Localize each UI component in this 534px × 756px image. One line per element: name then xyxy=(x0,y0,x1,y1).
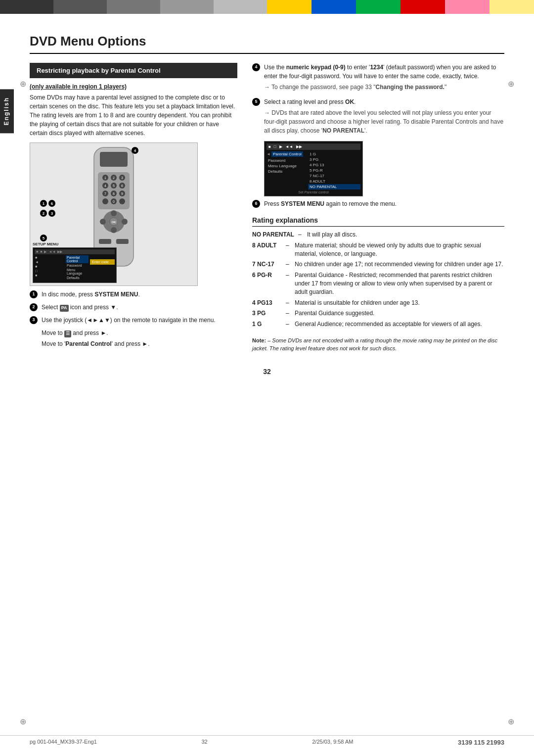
screen-icon-2: □ xyxy=(274,144,276,149)
rating-7nc17-label: 7 NC-17 xyxy=(252,260,282,269)
svg-text:1: 1 xyxy=(104,176,106,180)
screen-toolbar: ■ ■ ▶ ◄◄ ▶▶ xyxy=(35,249,115,254)
reg-mark-bottom-right: ⊕ xyxy=(508,717,514,726)
reg-mark-top-right: ⊕ xyxy=(508,79,514,89)
step-6-body: Press SYSTEM MENU again to remove the me… xyxy=(264,199,504,208)
screen-defaults-item: Defaults xyxy=(267,169,306,174)
bar-seg-yellow xyxy=(267,0,312,14)
rating-8adult-label: 8 ADULT xyxy=(252,241,282,258)
rating-1g: 1 G xyxy=(308,151,360,157)
rating-4pg13-desc: Material is unsuitable for children unde… xyxy=(295,299,504,307)
bar-seg-green xyxy=(356,0,400,14)
rating-7nc17: 7 NC-17 xyxy=(308,173,360,179)
svg-rect-1 xyxy=(100,152,128,167)
rating-no-parental-row: NO PARENTAL – It will play all discs. xyxy=(252,231,504,239)
screen-left-menu: ◄ Parental Control Password Menu Languag… xyxy=(267,151,306,189)
rating-3pg-label: 3 PG xyxy=(252,309,282,318)
page-title: DVD Menu Options xyxy=(30,34,504,54)
rating-8adult: 8 ADULT xyxy=(308,179,360,184)
ann-label-5: 5 xyxy=(40,235,47,241)
footer-date: 2/25/03, 9:58 AM xyxy=(312,739,353,746)
svg-point-26 xyxy=(111,210,117,216)
step-circle-3: 3 xyxy=(30,316,38,324)
note-section: Note: – Some DVDs are not encoded with a… xyxy=(252,336,504,353)
svg-text:9: 9 xyxy=(121,192,123,195)
ann-label-23: 2 3 xyxy=(40,210,55,217)
note-text: – Some DVDs are not encoded with a ratin… xyxy=(252,337,497,352)
step-circle-4: 4 xyxy=(252,63,260,71)
rating-6pgr-label: 6 PG-R xyxy=(252,271,282,296)
screen-right-menu: 1 G 3 PG 4 PG 13 5 PG-R 7 NC-17 8 ADULT … xyxy=(308,151,360,189)
rating-no-parental-desc: It will play all discs. xyxy=(307,231,504,239)
step-circle-5: 5 xyxy=(252,98,260,106)
screen-body: ■ ◄ ■ □ ■ Parental Control Password Menu… xyxy=(35,255,115,280)
rating-8adult-dash: – xyxy=(286,241,291,258)
rating-4pg13: 4 PG 13 xyxy=(308,162,360,168)
screen-icon-5: ▶▶ xyxy=(296,144,302,149)
right-column: 4 Use the numeric keypad (0-9) to enter … xyxy=(252,63,504,353)
bar-seg-blue xyxy=(312,0,356,14)
top-color-bar xyxy=(0,0,534,14)
step-6: 6 Press SYSTEM MENU again to remove the … xyxy=(252,199,504,208)
footer-left: pg 001-044_MX39-37-Eng1 xyxy=(30,739,97,746)
rating-3pg-row: 3 PG – Parental Guidance suggested. xyxy=(252,309,504,318)
screen-menu-lang-item: Menu Language xyxy=(267,163,306,169)
step-3: 3 Use the joystick (◄►▲▼) on the remote … xyxy=(30,316,237,325)
svg-text:5: 5 xyxy=(113,184,115,188)
left-column: Restricting playback by Parental Control… xyxy=(30,63,237,353)
step-circle-6: 6 xyxy=(252,200,260,208)
rating-1g-label: 1 G xyxy=(252,320,282,329)
parental-control-item: Parental Control xyxy=(271,151,303,157)
setup-menu-area: SETUP MENU ■ ■ ▶ ◄◄ ▶▶ ■ ◄ xyxy=(33,242,122,283)
svg-point-21 xyxy=(102,198,108,204)
parental-screen-header: ■ □ ▶ ◄◄ ▶▶ xyxy=(267,143,360,150)
page-number-center: 32 xyxy=(30,368,504,376)
sub-step-move: Move to ☰ and press ►. xyxy=(42,329,237,337)
rating-3pg-desc: Parental Guidance suggested. xyxy=(295,309,504,318)
step-1: 1 In disc mode, press SYSTEM MENU. xyxy=(30,290,237,299)
note-label: Note: xyxy=(252,337,266,343)
parental-screen-body: ◄ Parental Control Password Menu Languag… xyxy=(267,151,360,189)
enter-code-label: Enter code xyxy=(90,259,115,265)
step-5-body: Select a rating level and press OK. → DV… xyxy=(264,97,504,135)
svg-point-27 xyxy=(111,227,117,233)
parental-screen: ■ □ ▶ ◄◄ ▶▶ ◄ Parental Control Password … xyxy=(264,141,363,196)
section-body-text: Some DVDs may have a parental level assi… xyxy=(30,93,237,138)
screen-icons: ■ ◄ ■ □ ■ xyxy=(35,255,64,280)
reg-mark-top-left: ⊕ xyxy=(20,79,26,89)
rating-no-parental: NO PARENTAL xyxy=(308,184,360,189)
section-heading-box: Restricting playback by Parental Control xyxy=(30,63,237,78)
setup-menu-label: SETUP MENU xyxy=(33,242,122,246)
subsection-heading: (only available in region 1 players) xyxy=(30,83,237,90)
step-5: 5 Select a rating level and press OK. → … xyxy=(252,97,504,135)
screen-icon-1: ■ xyxy=(268,144,271,149)
step-5-sub: → DVDs that are rated above the level yo… xyxy=(264,108,504,135)
svg-point-28 xyxy=(100,219,106,225)
svg-point-24 xyxy=(119,198,125,204)
bar-seg-3 xyxy=(107,0,160,14)
rating-6pgr-desc: Parental Guidance - Restricted; recommen… xyxy=(295,271,504,296)
screen-enter-code: Enter code xyxy=(90,255,115,280)
step-3-body: Use the joystick (◄►▲▼) on the remote to… xyxy=(42,316,237,325)
step-circle-2: 2 xyxy=(30,303,38,311)
screen-parental-icon: ◄ Parental Control xyxy=(267,151,306,157)
svg-text:6: 6 xyxy=(121,184,123,188)
step-1-bold: SYSTEM MENU xyxy=(94,291,138,298)
bar-seg-pink xyxy=(445,0,490,14)
rating-4pg13-dash: – xyxy=(286,299,291,307)
rating-7nc17-row: 7 NC-17 – No children under age 17; not … xyxy=(252,260,504,269)
rating-6pgr-row: 6 PG-R – Parental Guidance - Restricted;… xyxy=(252,271,504,296)
svg-text:2: 2 xyxy=(113,176,115,180)
rating-1g-dash: – xyxy=(286,320,291,329)
svg-text:OK: OK xyxy=(112,221,117,224)
step-circle-1: 1 xyxy=(30,290,38,298)
bar-seg-4 xyxy=(160,0,214,14)
svg-point-29 xyxy=(122,219,128,225)
step-4: 4 Use the numeric keypad (0-9) to enter … xyxy=(252,63,504,92)
rating-7nc17-desc: No children under age 17; not recommende… xyxy=(295,260,504,269)
rating-4pg13-row: 4 PG13 – Material is unsuitable for chil… xyxy=(252,299,504,307)
svg-text:0: 0 xyxy=(113,200,115,203)
rating-no-parental-label: NO PARENTAL xyxy=(252,231,294,239)
two-column-layout: Restricting playback by Parental Control… xyxy=(30,63,504,353)
rating-no-parental-dash: – xyxy=(298,231,303,239)
